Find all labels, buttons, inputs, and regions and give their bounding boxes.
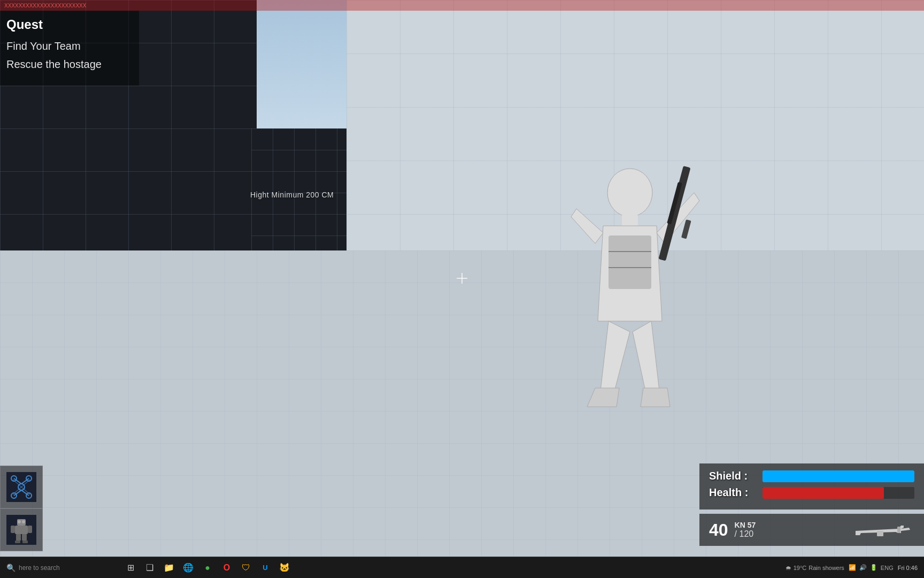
sys-icon-wifi: 📶	[849, 564, 856, 571]
ammo-total: KN 57 / 120	[735, 521, 756, 539]
quest-title: Quest	[6, 17, 130, 32]
taskbar-app-unreal[interactable]: U	[257, 559, 274, 576]
taskbar-start-button[interactable]: ⊞	[122, 559, 139, 576]
svg-rect-31	[877, 531, 883, 536]
taskbar-right-area: 🌧 19°C Rain showers 📶 🔊 🔋 ENG Fri 0:46	[779, 564, 924, 571]
svg-rect-32	[897, 527, 900, 533]
weather-temp: 19°C	[794, 565, 807, 571]
taskbar-opera[interactable]: O	[218, 559, 235, 576]
taskbar-weather: 🌧 19°C Rain showers	[786, 565, 844, 571]
inventory-slot-drone[interactable]	[0, 466, 43, 508]
ammo-count: 40	[709, 520, 728, 540]
weather-icon: 🌧	[786, 565, 791, 571]
taskbar-search-text: here to search	[19, 564, 60, 572]
taskbar-task-view[interactable]: ❑	[141, 559, 158, 576]
taskbar-search-icon: 🔍	[6, 564, 16, 572]
svg-rect-28	[22, 541, 28, 543]
ammo-reserve: / 120	[735, 529, 756, 539]
taskbar-browser-1[interactable]: 🌐	[180, 559, 197, 576]
inventory-slot-mech[interactable]	[0, 508, 43, 551]
health-track	[763, 487, 914, 499]
hud-panel: Shield : Health : 40 KN 57 / 120	[699, 463, 924, 546]
quest-panel: Quest Find Your Team Rescue the hostage	[0, 11, 139, 86]
inventory-panel	[0, 466, 43, 551]
taskbar-clock[interactable]: Fri 0:46	[898, 565, 918, 571]
character-figure	[539, 150, 721, 514]
shield-label: Shield :	[709, 470, 763, 482]
status-bars: Shield : Health :	[699, 463, 924, 509]
svg-rect-27	[15, 541, 20, 543]
weather-desc: Rain showers	[808, 565, 844, 571]
svg-rect-1	[622, 215, 638, 226]
quest-item-1: Rescue the hostage	[6, 57, 130, 72]
svg-rect-26	[22, 534, 27, 541]
sys-icon-volume: 🔊	[859, 564, 867, 571]
svg-rect-5	[609, 235, 651, 289]
health-label: Health :	[709, 486, 763, 499]
weapon-hud: 40 KN 57 / 120	[699, 514, 924, 546]
taskbar-sys-icons: 📶 🔊 🔋 ENG	[849, 564, 894, 571]
shield-fill	[763, 470, 914, 482]
taskbar-file-explorer[interactable]: 📁	[160, 559, 178, 576]
crosshair	[457, 273, 467, 284]
weapon-name: KN 57	[735, 521, 756, 529]
height-indicator: Hight Minimum 200 CM	[250, 191, 334, 199]
sys-icon-lang: ENG	[881, 565, 894, 571]
taskbar-browser-2[interactable]: ●	[199, 559, 216, 576]
weapon-icon-area	[850, 519, 914, 541]
svg-rect-24	[28, 526, 32, 533]
svg-rect-4	[681, 219, 691, 239]
svg-rect-22	[15, 526, 28, 534]
shield-track	[763, 470, 914, 482]
game-viewport: XXXXXXXXXXXXXXXXXXXXXXX Hight Minimum 20…	[0, 0, 924, 557]
sys-icon-battery: 🔋	[870, 564, 877, 571]
shield-row: Shield :	[709, 470, 914, 482]
taskbar: 🔍 here to search ⊞ ❑ 📁 🌐 ● O 🛡 U 🐱 🌧 19°…	[0, 557, 924, 578]
svg-point-30	[22, 520, 25, 523]
top-warning-bar: XXXXXXXXXXXXXXXXXXXXXXX	[0, 0, 924, 11]
quest-item-0: Find Your Team	[6, 39, 130, 54]
svg-rect-25	[16, 534, 21, 541]
top-warning-text: XXXXXXXXXXXXXXXXXXXXXXX	[4, 3, 86, 9]
taskbar-app-security[interactable]: 🛡	[237, 559, 255, 576]
health-row: Health :	[709, 486, 914, 499]
health-fill	[763, 487, 884, 499]
taskbar-icons: ⊞ ❑ 📁 🌐 ● O 🛡 U 🐱	[118, 559, 297, 576]
svg-point-0	[607, 169, 652, 217]
taskbar-app-game[interactable]: 🐱	[276, 559, 293, 576]
svg-rect-23	[11, 526, 15, 533]
svg-point-29	[18, 520, 21, 523]
taskbar-search-area[interactable]: 🔍 here to search	[0, 564, 118, 572]
